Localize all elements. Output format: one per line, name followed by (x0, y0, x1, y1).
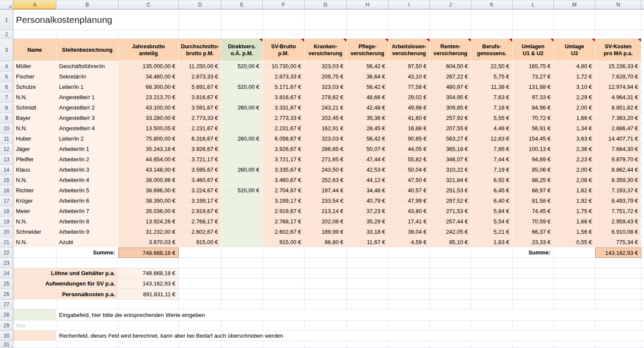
cell-M9[interactable]: 1,66 € (554, 113, 595, 123)
cell-G4[interactable]: 323,03 € (305, 61, 347, 72)
cell-M24[interactable] (554, 268, 595, 279)
cell-F6[interactable]: 5.171,67 € (263, 82, 305, 92)
cell-G1[interactable] (305, 9, 347, 30)
cell-H13[interactable]: 47,44 € (347, 154, 389, 165)
cell-D12[interactable]: 3.926,67 € (179, 144, 221, 154)
cell-L6[interactable]: 131,88 € (513, 82, 554, 92)
cell-H24[interactable] (347, 268, 389, 279)
cell-F4[interactable]: 10.730,00 € (263, 61, 305, 72)
cell-G10[interactable]: 162,91 € (305, 123, 347, 134)
cell-D31[interactable] (179, 341, 221, 348)
cell-F18[interactable]: 2.919,67 € (263, 206, 305, 216)
cell-C12[interactable]: 35.243,18 € (118, 144, 179, 154)
cell-B4[interactable]: Geschäftsführer/in (56, 61, 118, 72)
cell-I5[interactable]: 43,10 € (389, 72, 430, 82)
cell-D24[interactable] (179, 268, 221, 279)
cell-I7[interactable]: 29,02 € (389, 92, 430, 103)
cell-H1[interactable] (347, 9, 389, 30)
cell-A10[interactable]: N.N. (13, 123, 56, 134)
cell-L12[interactable]: 100,13 € (513, 144, 554, 154)
cell-F20[interactable]: 2.602,67 € (263, 227, 305, 237)
row-header-7[interactable]: 7 (0, 92, 13, 103)
cell-L29[interactable] (513, 321, 554, 331)
cell-L2[interactable] (513, 30, 554, 39)
cell-F19[interactable]: 2.768,17 € (263, 216, 305, 227)
cell-N21[interactable]: 775,34 € (595, 237, 641, 248)
cell-D20[interactable]: 2.602,67 € (179, 227, 221, 237)
cell-C16[interactable]: 38.696,00 € (118, 185, 179, 196)
cell-E26[interactable] (221, 289, 263, 300)
cell-F13[interactable]: 3.721,17 € (263, 154, 305, 165)
cell-D14[interactable]: 3.595,67 € (179, 165, 221, 175)
cell-E5[interactable] (221, 72, 263, 82)
cell-A11[interactable]: Huber (13, 134, 56, 144)
cell-F21[interactable]: 915,00 € (263, 237, 305, 248)
cell-J16[interactable]: 251,53 € (430, 185, 471, 196)
cell-K2[interactable] (471, 30, 513, 39)
cell-B28[interactable]: Eingabefeld, hier bitte die entsprechend… (56, 309, 644, 321)
cell-B21[interactable]: Azubi (56, 237, 118, 248)
cell-E6[interactable]: 520,00 € (221, 82, 263, 92)
cell-J18[interactable]: 271,53 € (430, 206, 471, 216)
cell-K19[interactable]: 5,54 € (471, 216, 513, 227)
cell-A2[interactable] (13, 30, 56, 39)
cell-A9[interactable]: Bayer (13, 113, 56, 123)
cell-D5[interactable]: 2.873,33 € (179, 72, 221, 82)
cell-H23[interactable] (347, 258, 389, 268)
cell-A16[interactable]: Richter (13, 185, 56, 196)
cell-N14[interactable]: 8.862,44 € (595, 165, 641, 175)
cell-E18[interactable] (221, 206, 263, 216)
cell-C27[interactable] (118, 300, 179, 309)
cell-H21[interactable]: 11,67 € (347, 237, 389, 248)
cell-D11[interactable]: 6.316,67 € (179, 134, 221, 144)
cell-C7[interactable]: 23.213,70 € (118, 92, 179, 103)
cell-E12[interactable] (221, 144, 263, 154)
cell-D1[interactable] (179, 9, 221, 30)
cell-F8[interactable]: 3.331,67 € (263, 103, 305, 113)
cell-F29[interactable] (263, 321, 305, 331)
cell-J9[interactable]: 257,92 € (430, 113, 471, 123)
cell-C20[interactable]: 31.232,00 € (118, 227, 179, 237)
cell-L1[interactable] (513, 9, 554, 30)
cell-C29[interactable] (118, 321, 179, 331)
cell-I16[interactable]: 40,57 € (389, 185, 430, 196)
cell-G2[interactable] (305, 30, 347, 39)
cell-B2[interactable] (56, 30, 118, 39)
cell-C10[interactable]: 13.500,05 € (118, 123, 179, 134)
cell-A13[interactable]: Pfeiffer (13, 154, 56, 165)
cell-B20[interactable]: Arbeiter/in 9 (56, 227, 118, 237)
cell-M8[interactable]: 2,00 € (554, 103, 595, 113)
cell-A21[interactable]: N.N. (13, 237, 56, 248)
row-header-24[interactable]: 24 (0, 268, 13, 279)
cell-M26[interactable] (554, 289, 595, 300)
row-header-13[interactable]: 13 (0, 154, 13, 165)
cell-A17[interactable]: Krüger (13, 196, 56, 206)
cell-B30[interactable]: Rechenfeld, dieses Feld wird berechnet, … (56, 331, 644, 341)
cell-F25[interactable] (263, 279, 305, 289)
cell-M25[interactable] (554, 279, 595, 289)
cell-J17[interactable]: 297,52 € (430, 196, 471, 206)
cell-F3[interactable]: SV-Bruttop.M. (263, 39, 305, 61)
cell-M20[interactable]: 1,56 € (554, 227, 595, 237)
cell-C22[interactable]: 748.668,18 € (118, 248, 179, 258)
cell-C3[interactable]: Jahresbruttoanteilig (118, 39, 179, 61)
cell-L10[interactable]: 56,91 € (513, 123, 554, 134)
cell-H18[interactable]: 37,23 € (347, 206, 389, 216)
row-header-15[interactable]: 15 (0, 175, 13, 185)
cell-N22[interactable]: 143.162,93 € (595, 248, 641, 258)
cell-A5[interactable]: Fischer (13, 72, 56, 82)
cell-B15[interactable]: Arbeiter/in 4 (56, 175, 118, 185)
cell-B10[interactable]: Angestellte/r 4 (56, 123, 118, 134)
cell-L18[interactable]: 74,45 € (513, 206, 554, 216)
cell-B22[interactable]: Summe: (56, 248, 118, 258)
cell-J2[interactable] (430, 30, 471, 39)
cell-B16[interactable]: Arbeiter/in 5 (56, 185, 118, 196)
cell-K15[interactable]: 6,92 € (471, 175, 513, 185)
cell-G16[interactable]: 197,44 € (305, 185, 347, 196)
cell-I19[interactable]: 17,41 € (389, 216, 430, 227)
cell-N2[interactable] (595, 30, 641, 39)
cell-N8[interactable]: 8.851,82 € (595, 103, 641, 113)
cell-J8[interactable]: 309,85 € (430, 103, 471, 113)
row-header-6[interactable]: 6 (0, 82, 13, 92)
cell-N7[interactable]: 4.964,31 € (595, 92, 641, 103)
